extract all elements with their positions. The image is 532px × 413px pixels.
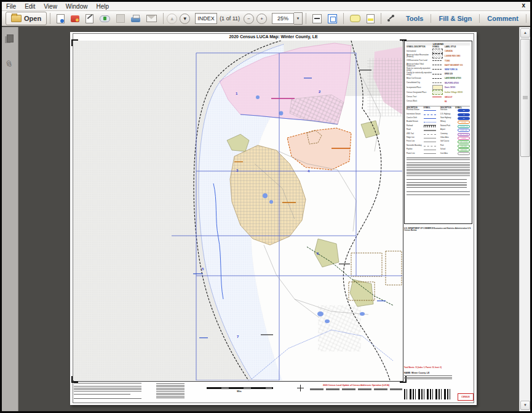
menu-item[interactable]: File (2, 3, 20, 10)
legend-notes (407, 158, 470, 196)
comment-bubble-icon (350, 15, 360, 22)
barcode (404, 389, 452, 399)
legend-line-swatch (424, 150, 436, 150)
legend-line-swatch (424, 130, 436, 131)
scrollbar-thumb[interactable] (520, 39, 530, 157)
attachments-paperclip-icon[interactable]: 📎︎ (4, 58, 15, 69)
legend-pill-swatch: A (458, 152, 470, 155)
menu-bar: FileEditViewWindowHelp x (2, 2, 530, 11)
pdf-page[interactable]: 2020 Census LUCA Map: Winter County, LE (70, 32, 477, 405)
print-button[interactable] (129, 12, 143, 25)
legend-row: Consolidated City MILFORD 47500 (407, 81, 470, 85)
menu-item[interactable]: View (39, 3, 62, 10)
toolbar-separator (343, 13, 344, 24)
legend-swatch (432, 78, 442, 79)
sign-button[interactable] (83, 12, 96, 25)
legend-boundary-rows: International CANADA American Indian Res… (407, 49, 470, 104)
entity-id-lines (404, 375, 452, 380)
panel-link[interactable]: Tools (399, 15, 431, 22)
upload-button[interactable] (97, 12, 113, 25)
app-window: FileEditViewWindowHelp x Open ▲ ▼ INDEX … (0, 0, 532, 413)
legend-pill-swatch: 95 (458, 109, 470, 112)
legend-pill-swatch: Kent Arpt (458, 129, 470, 132)
legend-pill-swatch: City Park (458, 145, 470, 148)
legend-swatch (432, 69, 442, 70)
footer-operation-title: 2020 Census Local Update of Census Addre… (310, 384, 402, 390)
page-up-icon: ▲ (170, 16, 175, 22)
legend-swatch (432, 65, 442, 65)
panel-link[interactable]: Fill & Sign (431, 15, 479, 22)
legend-pill-swatch: 77 (458, 117, 470, 120)
legend-line-swatch (424, 110, 436, 111)
export-icon (71, 15, 79, 22)
menu-item[interactable]: Window (62, 3, 92, 10)
fit-page-button[interactable] (325, 12, 339, 25)
scroll-down-icon[interactable]: ▼ (520, 401, 530, 410)
page-down-button[interactable]: ▼ (180, 14, 190, 24)
legend-line-swatch (424, 146, 436, 146)
zoom-level-input[interactable]: 25% (272, 13, 294, 24)
highlight-icon (367, 14, 375, 23)
legend-pill-swatch: 40 (458, 113, 470, 116)
legend-pill-swatch: Oak Hill Cem (458, 133, 470, 136)
legend-row: American Indian Reservation (Federal) L'… (407, 54, 470, 58)
legend-swatch (432, 60, 442, 61)
north-arrow-icon (297, 385, 304, 391)
open-folder-icon (11, 15, 22, 22)
page-number-input[interactable]: INDEX (195, 13, 217, 24)
legend-pill-swatch: Troy Sch (458, 148, 470, 151)
map-title: 2020 Census LUCA Map: Winter County, LE (70, 34, 477, 39)
share-icon (387, 15, 395, 22)
legend-pill-swatch: Ft Ord (458, 121, 470, 124)
export-button[interactable] (68, 12, 82, 25)
scroll-up-icon[interactable]: ▲ (520, 28, 530, 38)
legend-line-swatch (424, 118, 436, 119)
footer-abbreviation-list (156, 383, 192, 399)
legend-row: Census Designated Place Incline Village … (407, 90, 470, 95)
legend-line-swatch (424, 125, 436, 127)
legend-title: LEGEND (407, 42, 470, 46)
zoom-out-button[interactable]: − (244, 14, 254, 24)
comment-button[interactable] (347, 12, 363, 25)
page-down-icon: ▼ (183, 16, 188, 22)
vertical-scrollbar[interactable]: ▲ ▼ (519, 27, 530, 411)
sign-icon (85, 14, 93, 23)
scale-bar (207, 387, 273, 389)
menu-item[interactable]: Edit (20, 3, 39, 10)
legend-row: Minor Civil Division LAKE BEND 47500 (407, 76, 470, 81)
zoom-in-button[interactable]: + (256, 14, 267, 24)
legend-row: County (or statistically equivalent enti… (407, 72, 470, 76)
save-button[interactable] (54, 12, 67, 25)
fit-width-icon (312, 14, 322, 23)
legend-row: Incorporated Place Davis 18100 (407, 85, 470, 90)
legend-feature-row: Inset Area A (440, 152, 470, 156)
fit-page-icon (328, 14, 337, 23)
legend-panel: LEGEND SYMBOL DESCRIPTIONSYMBOLLABEL STY… (404, 41, 472, 224)
open-label: Open (24, 15, 41, 22)
census-bureau-logo: CENSUS (458, 393, 474, 401)
highlight-button[interactable] (364, 12, 377, 25)
toolbar-panels: ToolsFill & SignComment (399, 11, 526, 26)
fit-width-button[interactable] (310, 12, 324, 25)
legend-row: Census Block 86 (407, 99, 470, 103)
zoom-dropdown-button[interactable]: ▼ (294, 12, 303, 25)
page-thumbnails-icon[interactable] (5, 34, 14, 44)
menu-item[interactable]: Help (92, 3, 113, 10)
email-button[interactable] (144, 12, 159, 25)
toolbar-separator (306, 13, 306, 24)
share-button[interactable] (385, 12, 397, 25)
legend-swatch (432, 97, 442, 97)
legend-swatch (432, 85, 443, 90)
save-disabled-icon (116, 14, 125, 23)
upload-cloud-icon (100, 15, 110, 22)
legend-pill-swatch: Pine GlfCse (458, 140, 470, 143)
legend-line-swatch (424, 134, 436, 135)
panel-link[interactable]: Comment (480, 15, 526, 22)
sheet-count-line: Total Sheets: 11 (Index: 1; Parent: 10; … (404, 366, 472, 369)
toolbar-separator (163, 13, 164, 24)
open-button[interactable]: Open (6, 12, 47, 25)
legend-line-swatch (424, 153, 436, 154)
legend-features: DESCRIPTIONSYMBOL Perennial Stream Inter… (407, 106, 470, 156)
footer-source-text (74, 383, 143, 399)
close-icon[interactable]: x (522, 2, 525, 9)
